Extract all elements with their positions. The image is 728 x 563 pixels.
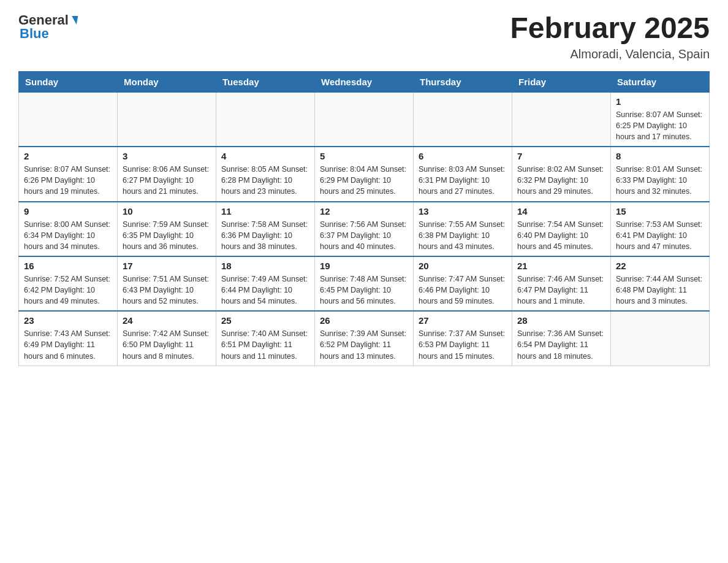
- calendar-cell: 6Sunrise: 8:03 AM Sunset: 6:31 PM Daylig…: [414, 147, 512, 201]
- logo-blue-text: Blue: [20, 26, 49, 42]
- day-number: 21: [517, 261, 605, 271]
- subtitle: Almoradi, Valencia, Spain: [510, 47, 710, 61]
- day-info: Sunrise: 7:42 AM Sunset: 6:50 PM Dayligh…: [123, 328, 211, 361]
- day-number: 14: [517, 206, 605, 216]
- day-number: 19: [320, 261, 408, 271]
- calendar-cell: 14Sunrise: 7:54 AM Sunset: 6:40 PM Dayli…: [512, 202, 611, 256]
- day-info: Sunrise: 7:48 AM Sunset: 6:45 PM Dayligh…: [320, 274, 408, 307]
- day-info: Sunrise: 8:03 AM Sunset: 6:31 PM Dayligh…: [419, 164, 507, 197]
- col-header-tuesday: Tuesday: [216, 71, 315, 92]
- page-header: General Blue February 2025 Almoradi, Val…: [18, 12, 710, 61]
- calendar-cell: 21Sunrise: 7:46 AM Sunset: 6:47 PM Dayli…: [512, 256, 611, 311]
- logo-arrow-icon: [70, 16, 78, 25]
- calendar-cell: [315, 92, 414, 147]
- day-info: Sunrise: 7:39 AM Sunset: 6:52 PM Dayligh…: [320, 328, 408, 361]
- col-header-friday: Friday: [512, 71, 611, 92]
- day-info: Sunrise: 7:59 AM Sunset: 6:35 PM Dayligh…: [123, 219, 211, 252]
- calendar-week-row: 16Sunrise: 7:52 AM Sunset: 6:42 PM Dayli…: [19, 256, 710, 311]
- day-number: 26: [320, 315, 408, 326]
- title-area: February 2025 Almoradi, Valencia, Spain: [510, 12, 710, 61]
- calendar-week-row: 23Sunrise: 7:43 AM Sunset: 6:49 PM Dayli…: [19, 311, 710, 366]
- day-info: Sunrise: 8:02 AM Sunset: 6:32 PM Dayligh…: [517, 164, 605, 197]
- calendar-cell: 5Sunrise: 8:04 AM Sunset: 6:29 PM Daylig…: [315, 147, 414, 201]
- day-info: Sunrise: 7:54 AM Sunset: 6:40 PM Dayligh…: [517, 219, 605, 252]
- day-info: Sunrise: 7:49 AM Sunset: 6:44 PM Dayligh…: [221, 274, 309, 307]
- calendar-cell: [118, 92, 216, 147]
- day-info: Sunrise: 7:53 AM Sunset: 6:41 PM Dayligh…: [616, 219, 704, 252]
- day-number: 17: [123, 261, 211, 271]
- day-info: Sunrise: 8:06 AM Sunset: 6:27 PM Dayligh…: [123, 164, 211, 197]
- calendar-cell: [19, 92, 118, 147]
- calendar-cell: 11Sunrise: 7:58 AM Sunset: 6:36 PM Dayli…: [216, 202, 315, 256]
- day-info: Sunrise: 7:58 AM Sunset: 6:36 PM Dayligh…: [221, 219, 309, 252]
- calendar-cell: 13Sunrise: 7:55 AM Sunset: 6:38 PM Dayli…: [414, 202, 512, 256]
- calendar-cell: 27Sunrise: 7:37 AM Sunset: 6:53 PM Dayli…: [414, 311, 512, 366]
- day-number: 12: [320, 206, 408, 216]
- calendar-cell: 10Sunrise: 7:59 AM Sunset: 6:35 PM Dayli…: [118, 202, 216, 256]
- calendar-cell: 16Sunrise: 7:52 AM Sunset: 6:42 PM Dayli…: [19, 256, 118, 311]
- day-number: 18: [221, 261, 309, 271]
- calendar-week-row: 1Sunrise: 8:07 AM Sunset: 6:25 PM Daylig…: [19, 92, 710, 147]
- calendar-cell: 7Sunrise: 8:02 AM Sunset: 6:32 PM Daylig…: [512, 147, 611, 201]
- col-header-monday: Monday: [118, 71, 216, 92]
- day-number: 5: [320, 151, 408, 161]
- logo: General Blue: [18, 12, 77, 42]
- calendar-header-row: SundayMondayTuesdayWednesdayThursdayFrid…: [19, 71, 710, 92]
- calendar-cell: 22Sunrise: 7:44 AM Sunset: 6:48 PM Dayli…: [611, 256, 710, 311]
- calendar-cell: 9Sunrise: 8:00 AM Sunset: 6:34 PM Daylig…: [19, 202, 118, 256]
- day-number: 20: [419, 261, 507, 271]
- day-number: 3: [123, 151, 211, 161]
- day-info: Sunrise: 8:01 AM Sunset: 6:33 PM Dayligh…: [616, 164, 704, 197]
- calendar-cell: 19Sunrise: 7:48 AM Sunset: 6:45 PM Dayli…: [315, 256, 414, 311]
- day-number: 27: [419, 315, 507, 326]
- col-header-sunday: Sunday: [19, 71, 118, 92]
- day-info: Sunrise: 7:55 AM Sunset: 6:38 PM Dayligh…: [419, 219, 507, 252]
- day-info: Sunrise: 7:51 AM Sunset: 6:43 PM Dayligh…: [123, 274, 211, 307]
- day-number: 22: [616, 261, 704, 271]
- calendar-cell: 28Sunrise: 7:36 AM Sunset: 6:54 PM Dayli…: [512, 311, 611, 366]
- calendar-cell: 1Sunrise: 8:07 AM Sunset: 6:25 PM Daylig…: [611, 92, 710, 147]
- main-title: February 2025: [510, 12, 710, 45]
- day-number: 7: [517, 151, 605, 161]
- calendar-cell: 15Sunrise: 7:53 AM Sunset: 6:41 PM Dayli…: [611, 202, 710, 256]
- day-number: 8: [616, 151, 704, 161]
- col-header-wednesday: Wednesday: [315, 71, 414, 92]
- calendar-cell: 8Sunrise: 8:01 AM Sunset: 6:33 PM Daylig…: [611, 147, 710, 201]
- day-number: 4: [221, 151, 309, 161]
- day-number: 10: [123, 206, 211, 216]
- calendar-week-row: 9Sunrise: 8:00 AM Sunset: 6:34 PM Daylig…: [19, 202, 710, 256]
- calendar-cell: 12Sunrise: 7:56 AM Sunset: 6:37 PM Dayli…: [315, 202, 414, 256]
- calendar-cell: 4Sunrise: 8:05 AM Sunset: 6:28 PM Daylig…: [216, 147, 315, 201]
- calendar-cell: 20Sunrise: 7:47 AM Sunset: 6:46 PM Dayli…: [414, 256, 512, 311]
- day-info: Sunrise: 8:07 AM Sunset: 6:26 PM Dayligh…: [24, 164, 112, 197]
- day-info: Sunrise: 7:46 AM Sunset: 6:47 PM Dayligh…: [517, 274, 605, 307]
- day-number: 25: [221, 315, 309, 326]
- day-info: Sunrise: 7:36 AM Sunset: 6:54 PM Dayligh…: [517, 328, 605, 361]
- day-info: Sunrise: 7:43 AM Sunset: 6:49 PM Dayligh…: [24, 328, 112, 361]
- day-number: 11: [221, 206, 309, 216]
- calendar-week-row: 2Sunrise: 8:07 AM Sunset: 6:26 PM Daylig…: [19, 147, 710, 201]
- day-number: 23: [24, 315, 112, 326]
- col-header-saturday: Saturday: [611, 71, 710, 92]
- day-number: 28: [517, 315, 605, 326]
- calendar-cell: 25Sunrise: 7:40 AM Sunset: 6:51 PM Dayli…: [216, 311, 315, 366]
- day-number: 24: [123, 315, 211, 326]
- day-number: 15: [616, 206, 704, 216]
- calendar-cell: [414, 92, 512, 147]
- day-info: Sunrise: 7:40 AM Sunset: 6:51 PM Dayligh…: [221, 328, 309, 361]
- day-info: Sunrise: 7:56 AM Sunset: 6:37 PM Dayligh…: [320, 219, 408, 252]
- day-info: Sunrise: 7:52 AM Sunset: 6:42 PM Dayligh…: [24, 274, 112, 307]
- day-info: Sunrise: 8:05 AM Sunset: 6:28 PM Dayligh…: [221, 164, 309, 197]
- day-info: Sunrise: 8:04 AM Sunset: 6:29 PM Dayligh…: [320, 164, 408, 197]
- day-info: Sunrise: 7:44 AM Sunset: 6:48 PM Dayligh…: [616, 274, 704, 307]
- day-info: Sunrise: 8:07 AM Sunset: 6:25 PM Dayligh…: [616, 109, 704, 142]
- calendar-cell: 2Sunrise: 8:07 AM Sunset: 6:26 PM Daylig…: [19, 147, 118, 201]
- day-info: Sunrise: 7:37 AM Sunset: 6:53 PM Dayligh…: [419, 328, 507, 361]
- day-number: 9: [24, 206, 112, 216]
- calendar-cell: [611, 311, 710, 366]
- col-header-thursday: Thursday: [414, 71, 512, 92]
- calendar-cell: 3Sunrise: 8:06 AM Sunset: 6:27 PM Daylig…: [118, 147, 216, 201]
- day-number: 2: [24, 151, 112, 161]
- day-number: 6: [419, 151, 507, 161]
- day-number: 1: [616, 96, 704, 107]
